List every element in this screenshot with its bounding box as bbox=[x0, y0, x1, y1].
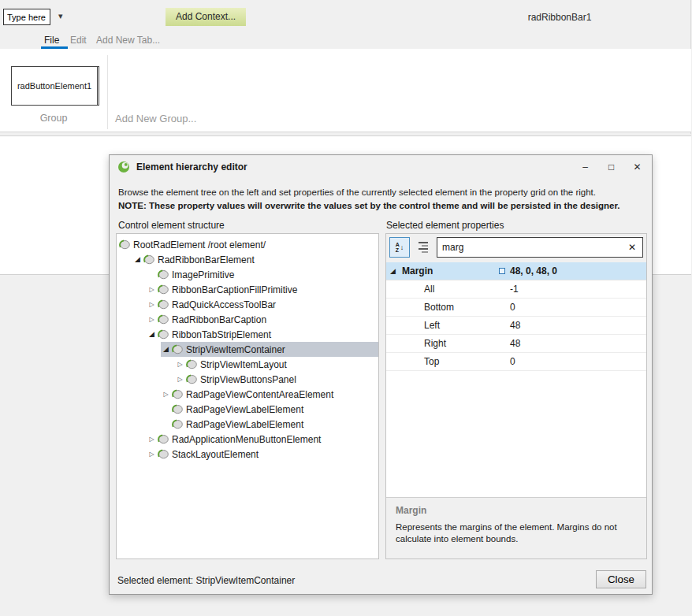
help-text: Represents the margins of the element. M… bbox=[396, 521, 642, 545]
value-modified-indicator bbox=[499, 268, 505, 274]
element-icon bbox=[157, 299, 169, 310]
property-row[interactable]: Left 48 bbox=[386, 317, 646, 335]
categorized-view-button[interactable] bbox=[413, 237, 433, 258]
property-row[interactable]: Bottom 0 bbox=[386, 299, 646, 317]
tree-expander-icon[interactable]: ▷ bbox=[175, 372, 185, 387]
property-row[interactable]: Top 0 bbox=[386, 353, 646, 371]
close-button[interactable]: Close bbox=[596, 570, 646, 588]
tree-item-label: RadQuickAccessToolBar bbox=[172, 299, 276, 310]
add-context-button[interactable]: Add Context... bbox=[166, 8, 246, 26]
element-icon bbox=[157, 329, 169, 340]
property-toolbar: A Z ↓ ✕ bbox=[386, 234, 646, 262]
tree-item-label: RibbonTabStripElement bbox=[172, 329, 271, 340]
ribbon-group-label: Group bbox=[5, 113, 102, 124]
property-search-input[interactable] bbox=[437, 242, 622, 253]
element-icon bbox=[143, 254, 154, 265]
tab-edit[interactable]: Edit bbox=[70, 35, 87, 46]
tree-expander-icon[interactable]: ▷ bbox=[147, 312, 157, 327]
search-clear-icon[interactable]: ✕ bbox=[622, 242, 642, 253]
help-title: Margin bbox=[396, 505, 637, 516]
dialog-note: NOTE: These property values will overwri… bbox=[118, 201, 620, 210]
element-icon bbox=[185, 374, 197, 384]
ribbon-content-area: radButtonElement1 Group Add New Group... bbox=[0, 49, 691, 132]
tree-expander-icon[interactable]: ▷ bbox=[147, 432, 157, 447]
rad-button-element[interactable]: radButtonElement1 bbox=[11, 66, 99, 106]
property-grid: ◢ Margin 48, 0, 48, 0 All -1 Bottom 0 Le… bbox=[386, 262, 646, 497]
tree-item-label: StripViewItemContainer bbox=[186, 344, 285, 355]
property-row-margin[interactable]: ◢ Margin 48, 0, 48, 0 bbox=[386, 262, 646, 280]
tree-expander-icon[interactable]: ◢ bbox=[147, 327, 157, 342]
element-icon bbox=[157, 314, 169, 325]
close-icon[interactable]: ✕ bbox=[624, 155, 650, 179]
property-row[interactable]: All -1 bbox=[386, 280, 646, 299]
tree-row[interactable]: RootRadElement /root element/ bbox=[117, 237, 378, 252]
categorized-icon bbox=[419, 242, 428, 253]
element-icon bbox=[157, 269, 169, 280]
tree-expander-icon[interactable]: ▷ bbox=[175, 357, 185, 372]
tree-row[interactable]: ▷ RadApplicationMenuButtonElement bbox=[117, 432, 378, 447]
tree-row[interactable]: ▷ StripViewButtonsPanel bbox=[117, 372, 378, 387]
maximize-icon[interactable]: □ bbox=[598, 155, 624, 179]
tree-row[interactable]: ▷ RadPageViewContentAreaElement bbox=[117, 387, 378, 402]
minimize-icon[interactable]: – bbox=[572, 155, 598, 179]
tree-expander-icon[interactable]: ▷ bbox=[161, 387, 171, 402]
element-icon bbox=[171, 404, 183, 414]
element-tree: RootRadElement /root element/ ◢ RadRibbo… bbox=[116, 233, 379, 559]
element-icon bbox=[157, 434, 169, 444]
tree-row[interactable]: ▷ RadRibbonBarCaption bbox=[117, 312, 378, 327]
props-panel-title: Selected element properties bbox=[386, 220, 504, 231]
tree-item-label: StripViewItemLayout bbox=[200, 359, 287, 370]
tree-item-label: ImagePrimitive bbox=[172, 269, 234, 280]
tree-row[interactable]: ◢ StripViewItemContainer bbox=[117, 342, 378, 357]
property-value: 48 bbox=[510, 320, 646, 331]
sort-alphabetical-button[interactable]: A Z ↓ bbox=[389, 237, 410, 258]
dialog-description: Browse the element tree on the left and … bbox=[118, 187, 596, 197]
tree-item-label: RadRibbonBarElement bbox=[158, 254, 255, 265]
tree-item-label: RadPageViewContentAreaElement bbox=[186, 389, 333, 400]
tree-item-label: RibbonBarCaptionFillPrimitive bbox=[172, 284, 297, 295]
tree-item-label: StackLayoutElement bbox=[172, 449, 259, 460]
property-name: Bottom bbox=[386, 302, 510, 313]
tree-row[interactable]: RadPageViewLabelElement bbox=[117, 417, 378, 432]
element-icon bbox=[157, 284, 169, 295]
ribbon-type-here-input[interactable] bbox=[3, 9, 50, 25]
element-icon bbox=[171, 344, 183, 354]
tree-item-label: RadRibbonBarCaption bbox=[172, 314, 266, 325]
tree-expander-icon[interactable]: ▷ bbox=[147, 297, 157, 312]
tree-row[interactable]: RadPageViewLabelElement bbox=[117, 402, 378, 417]
sort-a-glyph: A bbox=[396, 242, 400, 247]
property-search-box: ✕ bbox=[437, 237, 643, 258]
tree-expander-icon[interactable]: ▷ bbox=[147, 447, 157, 462]
property-grid-panel: A Z ↓ ✕ ◢ Margin bbox=[385, 233, 647, 559]
tree-row[interactable]: ◢ RadRibbonBarElement bbox=[117, 252, 378, 267]
tree-expander-icon[interactable]: ◢ bbox=[132, 252, 143, 267]
property-name: Top bbox=[386, 356, 510, 367]
property-value: 0 bbox=[510, 302, 646, 313]
property-value: -1 bbox=[510, 284, 646, 295]
tree-expander-icon[interactable]: ◢ bbox=[161, 342, 171, 357]
property-name: Margin bbox=[402, 265, 499, 276]
property-value: 0 bbox=[510, 356, 646, 367]
ribbonbar-title: radRibbonBar1 bbox=[497, 12, 623, 23]
tree-item-label: RootRadElement /root element/ bbox=[133, 239, 266, 250]
property-expander-icon[interactable]: ◢ bbox=[386, 267, 402, 275]
tree-row[interactable]: ◢ RibbonTabStripElement bbox=[117, 327, 378, 342]
tab-add-new[interactable]: Add New Tab... bbox=[96, 35, 160, 46]
property-row[interactable]: Right 48 bbox=[386, 335, 646, 353]
tree-row[interactable]: ▷ RadQuickAccessToolBar bbox=[117, 297, 378, 312]
tree-row[interactable]: ImagePrimitive bbox=[117, 267, 378, 282]
add-new-group-button[interactable]: Add New Group... bbox=[115, 113, 196, 124]
tree-panel-title: Control element structure bbox=[118, 220, 225, 231]
sort-z-glyph: Z bbox=[396, 247, 400, 253]
designer-screen: ▾ Add Context... radRibbonBar1 File Edit… bbox=[0, 0, 692, 616]
tree-row[interactable]: ▷ StripViewItemLayout bbox=[117, 357, 378, 372]
chevron-down-icon[interactable]: ▾ bbox=[58, 11, 63, 21]
tree-row[interactable]: ▷ RibbonBarCaptionFillPrimitive bbox=[117, 282, 378, 297]
sort-arrow-icon: ↓ bbox=[400, 243, 404, 251]
element-icon bbox=[171, 419, 183, 429]
tree-row[interactable]: ▷ StackLayoutElement bbox=[117, 447, 378, 462]
tab-file[interactable]: File bbox=[44, 35, 59, 46]
tree-item-label: StripViewButtonsPanel bbox=[200, 374, 296, 385]
selected-element-status: Selected element: StripViewItemContainer bbox=[117, 575, 295, 586]
tree-expander-icon[interactable]: ▷ bbox=[147, 282, 157, 297]
